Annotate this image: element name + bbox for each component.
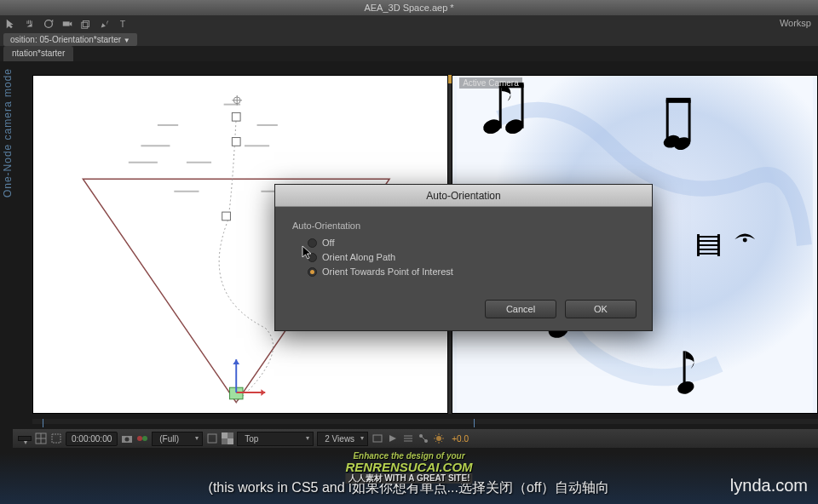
view-layout-dropdown[interactable]: 2 Views: [317, 432, 368, 446]
svg-point-45: [743, 238, 747, 243]
svg-line-70: [435, 435, 436, 436]
svg-rect-16: [222, 212, 231, 220]
svg-rect-32: [666, 100, 669, 142]
svg-rect-35: [666, 98, 691, 103]
svg-rect-57: [228, 438, 233, 444]
exposure-value[interactable]: +0.0: [452, 434, 469, 444]
camera-tool-icon[interactable]: [61, 18, 73, 30]
svg-rect-56: [222, 432, 228, 438]
svg-rect-49: [52, 434, 60, 443]
svg-text:T: T: [120, 19, 126, 29]
radio-icon: [308, 253, 317, 262]
auto-orientation-dialog: Auto-Orientation Auto-Orientation Off Or…: [274, 184, 653, 331]
pen-tool-icon[interactable]: [99, 18, 111, 30]
exposure-icon[interactable]: [433, 432, 445, 444]
radio-orient-along-path[interactable]: Orient Along Path: [308, 252, 635, 262]
selection-tool-icon[interactable]: [5, 18, 17, 30]
hand-tool-icon[interactable]: [24, 18, 36, 30]
guides-icon[interactable]: [50, 432, 62, 444]
lynda-logo: lynda.com: [730, 476, 808, 495]
magnification-dropdown[interactable]: [18, 436, 32, 441]
svg-rect-27: [521, 84, 524, 129]
svg-line-72: [435, 441, 436, 442]
svg-rect-15: [232, 138, 240, 146]
timecode-display[interactable]: 0:00:00:00: [66, 432, 118, 446]
dialog-titlebar: Auto-Orientation: [275, 185, 652, 207]
time-ruler[interactable]: [32, 419, 818, 424]
radio-icon: [308, 238, 317, 248]
cancel-button[interactable]: Cancel: [485, 300, 556, 318]
svg-point-52: [137, 436, 142, 441]
svg-rect-1: [63, 21, 70, 26]
3d-view-dropdown[interactable]: Top: [237, 432, 314, 446]
grid-icon[interactable]: [35, 432, 47, 444]
transparency-grid-icon[interactable]: [222, 432, 233, 444]
radio-off[interactable]: Off: [308, 238, 635, 248]
panel-tab-bar: ntation*starter: [0, 46, 818, 61]
svg-rect-2: [84, 21, 89, 27]
snapshot-icon[interactable]: [121, 432, 133, 444]
svg-point-53: [142, 436, 147, 441]
window-title: AEA_3D Space.aep *: [364, 3, 453, 13]
show-channel-icon[interactable]: [136, 432, 148, 444]
svg-rect-3: [82, 22, 88, 28]
svg-rect-37: [683, 351, 686, 389]
rotate-tool-icon[interactable]: [43, 18, 55, 30]
svg-line-71: [441, 441, 442, 442]
composition-bar: osition: 05-Orientation*starter ▼: [0, 32, 818, 46]
dialog-group-label: Auto-Orientation: [292, 220, 635, 231]
radio-orient-towards-poi[interactable]: Orient Towards Point of Interest: [308, 266, 635, 277]
ok-button[interactable]: OK: [565, 300, 637, 318]
svg-rect-14: [232, 112, 240, 121]
fast-preview-icon[interactable]: [387, 432, 399, 444]
flowchart-icon[interactable]: [418, 432, 429, 444]
svg-line-73: [441, 435, 442, 436]
svg-point-65: [436, 436, 441, 441]
timeline-icon[interactable]: [402, 432, 414, 444]
text-tool-icon[interactable]: T: [118, 18, 130, 30]
pan-behind-tool-icon[interactable]: [80, 18, 92, 30]
svg-line-64: [422, 437, 425, 440]
radio-label: Orient Towards Point of Interest: [322, 266, 453, 277]
radio-icon: [308, 267, 317, 277]
resolution-dropdown[interactable]: (Full): [152, 432, 203, 446]
radio-label: Off: [322, 238, 334, 248]
view-label-right: Active Camera: [459, 77, 522, 89]
svg-rect-58: [373, 435, 382, 442]
svg-rect-54: [208, 434, 216, 443]
svg-point-51: [125, 438, 130, 442]
window-titlebar: AEA_3D Space.aep *: [0, 0, 818, 15]
watermark: Enhance the design of your RENRENSUCAI.C…: [345, 452, 472, 484]
viewer-controls: 0:00:00:00 (Full) Top 2 Views +0.0: [13, 429, 818, 448]
workspace-dropdown[interactable]: Worksp: [773, 15, 818, 32]
svg-rect-25: [499, 84, 502, 129]
composition-tab[interactable]: ntation*starter: [3, 46, 73, 61]
side-annotation: One-Node camera mode: [2, 68, 14, 198]
main-toolbar: T: [0, 15, 818, 32]
roi-icon[interactable]: [206, 432, 218, 444]
svg-point-0: [45, 20, 53, 28]
radio-label: Orient Along Path: [322, 252, 395, 262]
pixel-aspect-icon[interactable]: [372, 432, 383, 444]
composition-dropdown[interactable]: osition: 05-Orientation*starter ▼: [3, 33, 137, 46]
svg-rect-34: [688, 100, 691, 142]
